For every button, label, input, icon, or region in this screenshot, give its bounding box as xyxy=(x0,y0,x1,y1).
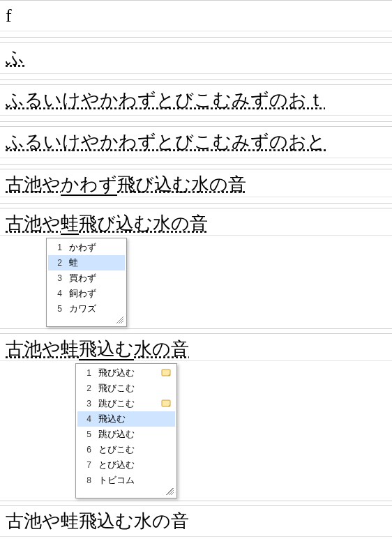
candidate-item[interactable]: 7とび込む xyxy=(77,457,175,473)
input-row-6[interactable]: 古池や蛙飛び込む水の音 1かわず2蛙3買わず4飼わず5カワズ xyxy=(0,208,392,329)
input-row-2[interactable]: ふ xyxy=(0,42,392,79)
input-row-5[interactable]: 古池やかわず飛び込む水の音 xyxy=(0,169,392,204)
segment-active: かわず xyxy=(61,174,117,196)
candidate-number: 2 xyxy=(80,383,91,393)
dropdown-resize-row xyxy=(77,488,175,496)
candidate-number: 8 xyxy=(80,475,91,485)
candidate-item[interactable]: 3跳びこむ xyxy=(77,396,175,411)
dropdown-resize-row xyxy=(48,317,125,325)
resize-grip-icon[interactable] xyxy=(165,488,174,495)
segment-active: 飛込む xyxy=(79,339,134,360)
committed-text: 古池や蛙飛込む水の音 xyxy=(6,511,189,531)
segment-3: 飛び込む水の音 xyxy=(79,213,208,234)
candidate-number: 5 xyxy=(80,429,91,439)
candidate-number: 5 xyxy=(51,304,62,314)
candidate-item[interactable]: 5跳び込む xyxy=(77,427,175,442)
candidate-item[interactable]: 1かわず xyxy=(48,240,125,255)
candidate-label: カワズ xyxy=(69,303,121,315)
candidate-dropdown-1[interactable]: 1かわず2蛙3買わず4飼わず5カワズ xyxy=(46,238,127,327)
input-row-1[interactable]: f xyxy=(0,0,392,38)
candidate-item[interactable]: 1飛び込む xyxy=(77,365,175,381)
candidate-label: かわず xyxy=(69,241,121,254)
input-row-7[interactable]: 古池や蛙飛込む水の音 1飛び込む2飛びこむ3跳びこむ4飛込む5跳び込む6とびこむ… xyxy=(0,333,392,501)
candidate-item[interactable]: 2蛙 xyxy=(48,255,125,270)
candidate-label: 飛込む xyxy=(98,413,171,425)
svg-rect-0 xyxy=(162,369,170,376)
segment-1: 古池や蛙 xyxy=(6,339,79,359)
candidate-item[interactable]: 2飛びこむ xyxy=(77,381,175,396)
candidate-number: 2 xyxy=(51,258,62,268)
candidate-item[interactable]: 8トビコム xyxy=(77,473,175,488)
composition-text: ふるいけやかわずとびこむみずのおｔ xyxy=(6,90,325,110)
input-row-8[interactable]: 古池や蛙飛込む水の音 xyxy=(0,505,392,541)
candidate-item[interactable]: 3買わず xyxy=(48,270,125,286)
segment-3: 飛び込む水の音 xyxy=(117,174,246,195)
candidate-number: 3 xyxy=(80,399,91,409)
annotation-note-icon[interactable] xyxy=(161,399,171,408)
candidate-label: 蛙 xyxy=(69,257,121,269)
ime-demo-stack: f ふ ふるいけやかわずとびこむみずのおｔ ふるいけやかわずとびこむみずのおと … xyxy=(0,0,392,541)
segment-1: 古池や xyxy=(6,213,61,234)
candidate-number: 4 xyxy=(51,289,62,298)
candidate-item[interactable]: 5カワズ xyxy=(48,301,125,317)
svg-rect-1 xyxy=(162,400,170,406)
segment-1: 古池や xyxy=(6,174,61,195)
input-row-4[interactable]: ふるいけやかわずとびこむみずのおと xyxy=(0,126,392,164)
candidate-number: 4 xyxy=(80,414,91,424)
candidate-label: 飛びこむ xyxy=(98,382,171,395)
candidate-number: 1 xyxy=(80,368,91,378)
candidate-number: 3 xyxy=(51,273,62,283)
resize-grip-icon[interactable] xyxy=(115,317,123,323)
candidate-label: 跳びこむ xyxy=(98,397,156,410)
segment-active: 蛙 xyxy=(61,213,79,235)
candidate-item[interactable]: 6とびこむ xyxy=(77,442,175,457)
candidate-label: 飛び込む xyxy=(98,367,156,379)
segment-3: 水の音 xyxy=(134,339,189,359)
annotation-note-icon[interactable] xyxy=(161,369,171,377)
candidate-number: 6 xyxy=(80,445,91,455)
candidate-label: とびこむ xyxy=(98,443,171,456)
composition-text: ふ xyxy=(6,47,24,68)
candidate-item[interactable]: 4飼わず xyxy=(48,286,125,301)
candidate-label: 飼わず xyxy=(69,287,121,300)
candidate-label: 買わず xyxy=(69,272,121,284)
candidate-dropdown-2[interactable]: 1飛び込む2飛びこむ3跳びこむ4飛込む5跳び込む6とびこむ7とび込む8トビコム xyxy=(75,363,177,498)
input-row-3[interactable]: ふるいけやかわずとびこむみずのおｔ xyxy=(0,84,392,122)
candidate-label: トビコム xyxy=(98,474,171,487)
candidate-number: 1 xyxy=(51,243,62,252)
composition-text: ふるいけやかわずとびこむみずのおと xyxy=(6,132,326,152)
candidate-number: 7 xyxy=(80,460,91,470)
candidate-label: とび込む xyxy=(98,459,171,471)
composition-text: f xyxy=(6,6,12,26)
candidate-item[interactable]: 4飛込む xyxy=(77,411,175,427)
candidate-label: 跳び込む xyxy=(98,428,171,441)
